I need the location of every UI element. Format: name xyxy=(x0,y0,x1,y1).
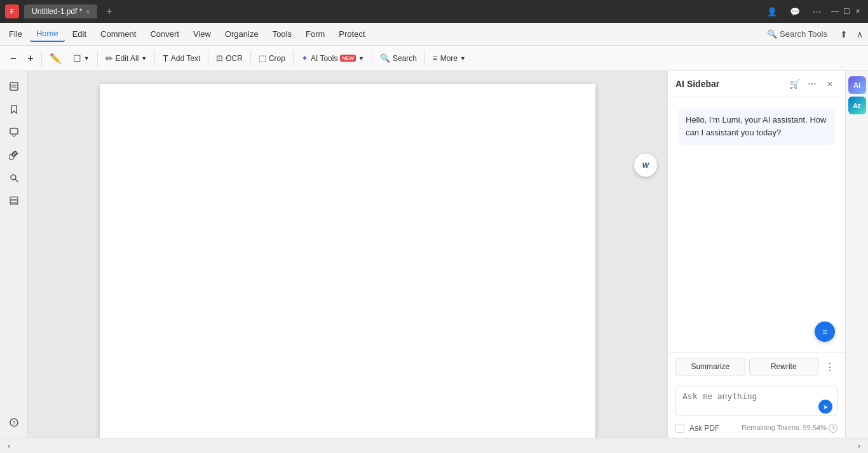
word-badge[interactable]: W xyxy=(634,154,657,177)
ai-close-icon[interactable]: × xyxy=(822,76,837,91)
menu-form[interactable]: Form xyxy=(299,27,331,41)
tab-close-icon[interactable]: × xyxy=(86,8,90,15)
ai-input-field[interactable] xyxy=(675,386,837,416)
minimize-button[interactable]: — xyxy=(830,7,840,16)
ai-sidebar-header: AI Sidebar 🛒 ⋯ × xyxy=(668,71,845,97)
more-icon: ≡ xyxy=(433,53,438,63)
remaining-tokens-label: Remaining Tokens: 99.54% xyxy=(742,424,827,431)
zoom-out-button[interactable]: − xyxy=(5,50,21,67)
pdf-page xyxy=(100,84,595,438)
sidebar-icon-layers[interactable] xyxy=(4,191,24,211)
svg-rect-0 xyxy=(10,83,18,90)
edit-all-label: Edit All xyxy=(116,54,139,63)
add-tab-icon[interactable]: + xyxy=(102,6,116,17)
ai-tools-button[interactable]: ✦ AI Tools NEW ▼ xyxy=(296,51,369,65)
left-sidebar: ? xyxy=(0,71,28,438)
ai-message-text: Hello, I'm Lumi, your AI assistant. How … xyxy=(686,115,826,137)
ai-send-icon: ➤ xyxy=(823,403,828,410)
chat-icon[interactable]: 💬 xyxy=(786,4,804,19)
close-button[interactable]: × xyxy=(853,7,863,16)
title-bar-left: F Untitled-1.pdf * × + xyxy=(5,4,116,18)
ocr-button[interactable]: ⊡ OCR xyxy=(211,51,248,65)
ai-tools-label: AI Tools xyxy=(311,54,337,63)
more-chevron: ▼ xyxy=(460,55,466,62)
search-icon: 🔍 xyxy=(380,53,390,63)
ocr-label: OCR xyxy=(226,54,243,63)
ai-actions-more-icon[interactable]: ⋮ xyxy=(822,358,837,375)
more-button[interactable]: ≡ More ▼ xyxy=(428,51,471,65)
ocr-icon: ⊡ xyxy=(216,53,223,63)
menu-organize[interactable]: Organize xyxy=(219,27,265,41)
ai-floating-icon: ≡ xyxy=(822,327,827,337)
zoom-out-icon: − xyxy=(10,53,16,64)
ask-pdf-checkbox[interactable] xyxy=(675,424,684,433)
bottom-bar: ‹ › xyxy=(0,438,868,453)
menu-view[interactable]: View xyxy=(187,27,217,41)
highlight-button[interactable]: ✏️ xyxy=(44,50,67,67)
toolbar: − + ✏️ ☐ ▼ ✏ Edit All ▼ T Add Text ⊡ OCR… xyxy=(0,46,868,71)
edit-all-chevron: ▼ xyxy=(141,55,147,62)
collapse-icon[interactable]: ∧ xyxy=(854,27,865,42)
menu-right: 🔍 Search Tools ⬆ ∧ xyxy=(761,27,865,42)
menu-comment[interactable]: Comment xyxy=(94,27,142,41)
menu-protect[interactable]: Protect xyxy=(332,27,371,41)
menu-file[interactable]: File xyxy=(3,27,29,41)
sidebar-icon-bookmarks[interactable] xyxy=(4,99,24,119)
more-label: More xyxy=(440,54,458,63)
shape-button[interactable]: ☐ ▼ xyxy=(68,51,95,66)
ai-input-area: ➤ xyxy=(668,381,845,421)
main-layout: ? W AI Sidebar 🛒 ⋯ × Hello, I'm Lumi, yo… xyxy=(0,71,868,438)
bottom-left-arrow[interactable]: ‹ xyxy=(5,442,13,450)
tokens-text: Remaining Tokens: 99.54% ? xyxy=(742,424,837,433)
toolbar-sep-8 xyxy=(424,51,425,66)
ai-sidebar: AI Sidebar 🛒 ⋯ × Hello, I'm Lumi, your A… xyxy=(667,71,845,438)
edit-all-button[interactable]: ✏ Edit All ▼ xyxy=(100,51,153,66)
menu-home[interactable]: Home xyxy=(30,26,65,42)
shape-icon: ☐ xyxy=(73,53,81,64)
maximize-button[interactable]: ☐ xyxy=(841,7,851,16)
ai-cart-icon[interactable]: 🛒 xyxy=(787,76,802,91)
ai-more-icon[interactable]: ⋯ xyxy=(804,76,820,91)
crop-icon: ⬚ xyxy=(259,53,266,63)
search-tools-button[interactable]: 🔍 Search Tools xyxy=(761,27,834,41)
zoom-in-button[interactable]: + xyxy=(22,50,38,67)
active-tab[interactable]: Untitled-1.pdf * × xyxy=(24,4,97,18)
menu-bar: File Home Edit Comment Convert View Orga… xyxy=(0,23,868,46)
sidebar-icon-search[interactable] xyxy=(4,168,24,188)
sidebar-icon-pages[interactable] xyxy=(4,76,24,97)
menu-edit[interactable]: Edit xyxy=(66,27,93,41)
sidebar-icon-help[interactable]: ? xyxy=(4,412,24,433)
summarize-button[interactable]: Summarize xyxy=(675,358,745,375)
ai-header-icons: 🛒 ⋯ × xyxy=(787,76,837,91)
svg-rect-8 xyxy=(10,203,18,205)
more-icon[interactable]: ⋯ xyxy=(809,4,825,19)
add-text-icon: T xyxy=(163,53,168,64)
bottom-right-arrow[interactable]: › xyxy=(855,442,863,450)
toolbar-sep-7 xyxy=(372,51,372,66)
upload-icon[interactable]: ⬆ xyxy=(837,27,850,42)
avatar-icon[interactable]: 👤 xyxy=(763,4,781,19)
crop-button[interactable]: ⬚ Crop xyxy=(254,51,290,65)
sidebar-icon-comments[interactable] xyxy=(4,122,24,142)
crop-label: Crop xyxy=(269,54,285,63)
ai-floating-button[interactable]: ≡ xyxy=(815,321,835,342)
ai-action-bar: Summarize Rewrite ⋮ xyxy=(668,352,845,381)
app-logo: F xyxy=(5,4,19,18)
title-bar: F Untitled-1.pdf * × + 👤 💬 ⋯ — ☐ × xyxy=(0,0,868,23)
menu-convert[interactable]: Convert xyxy=(144,27,186,41)
search-button[interactable]: 🔍 Search xyxy=(375,51,422,65)
menu-tools[interactable]: Tools xyxy=(266,27,298,41)
right-mini-sidebar: AI Az xyxy=(845,71,868,438)
ai-send-button[interactable]: ➤ xyxy=(818,400,832,414)
title-bar-right: 👤 💬 ⋯ — ☐ × xyxy=(763,4,863,19)
sidebar-icon-attachments[interactable] xyxy=(4,145,24,165)
add-text-button[interactable]: T Add Text xyxy=(158,51,205,66)
rewrite-button[interactable]: Rewrite xyxy=(749,358,819,375)
ai-sidebar-title: AI Sidebar xyxy=(675,79,782,89)
svg-rect-7 xyxy=(10,200,18,203)
right-az-button[interactable]: Az xyxy=(848,97,866,114)
svg-rect-6 xyxy=(10,197,18,199)
canvas-area[interactable]: W xyxy=(28,71,667,438)
tokens-help-icon[interactable]: ? xyxy=(829,424,837,433)
right-ai-button[interactable]: AI xyxy=(848,76,866,94)
